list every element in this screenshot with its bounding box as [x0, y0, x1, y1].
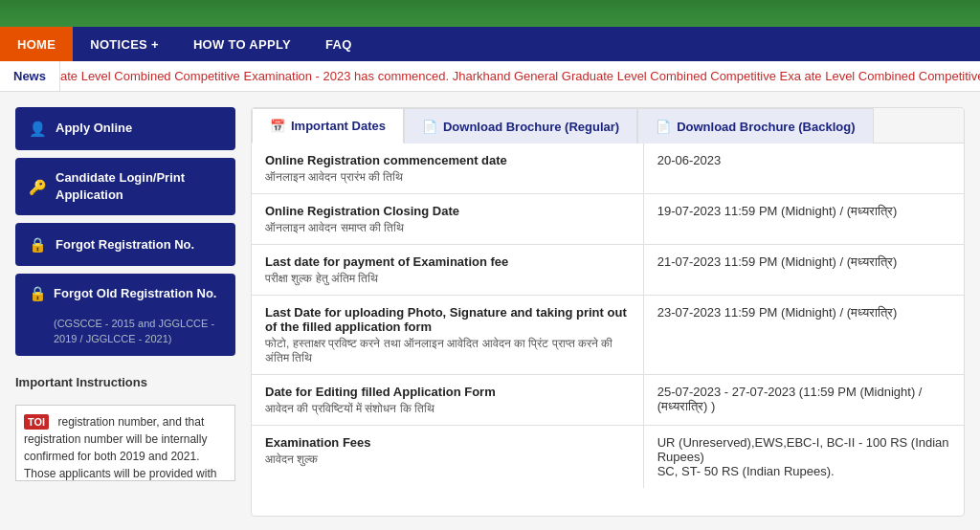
forgot-old-reg-button[interactable]: 🔒 Forgot Old Registration No. (CGSCCE - … — [15, 274, 235, 356]
nav-how-to-apply[interactable]: HOW TO APPLY — [176, 27, 308, 61]
date-cell: 19-07-2023 11:59 PM (Midnight) / (मध्यरा… — [643, 194, 964, 245]
candidate-login-label: Candidate Login/PrintApplication — [56, 169, 185, 204]
table-row: Online Registration commencement date ऑन… — [252, 144, 964, 194]
lock-icon: 🔒 — [29, 234, 46, 254]
doc-backlog-icon: 📄 — [656, 120, 671, 134]
nav-notices[interactable]: NOTICES + — [73, 27, 176, 61]
candidate-login-button[interactable]: 🔑 Candidate Login/PrintApplication — [15, 158, 235, 215]
event-cell: Last date for payment of Examination fee… — [252, 245, 643, 296]
apply-online-label: Apply Online — [56, 120, 132, 137]
key-icon: 🔑 — [29, 177, 46, 197]
news-ticker-wrap: ate Level Combined Competitive Examinati… — [60, 61, 980, 91]
nav-faq[interactable]: FAQ — [308, 27, 369, 61]
event-hindi: ऑनलाइन आवेदन समाप्त की तिथि — [265, 221, 404, 234]
date-cell: 23-07-2023 11:59 PM (Midnight) / (मध्यरा… — [643, 296, 964, 375]
tab-brochure-backlog-label: Download Brochure (Backlog) — [677, 120, 855, 134]
tab-important-dates[interactable]: 📅 Important Dates — [252, 108, 404, 144]
right-panel: 📅 Important Dates 📄 Download Brochure (R… — [251, 107, 965, 517]
dates-table: Online Registration commencement date ऑन… — [252, 144, 964, 488]
user-icon: 👤 — [29, 119, 46, 139]
event-name: Examination Fees — [265, 435, 630, 450]
news-label: News — [0, 61, 60, 91]
table-row: Last Date for uploading Photo, Signature… — [252, 296, 964, 375]
event-cell: Online Registration commencement date ऑन… — [252, 144, 643, 194]
tabs-bar: 📅 Important Dates 📄 Download Brochure (R… — [252, 108, 964, 144]
nav-home[interactable]: HOME — [0, 27, 73, 61]
event-name: Last date for payment of Examination fee — [265, 254, 630, 269]
event-name: Last Date for uploading Photo, Signature… — [265, 305, 630, 334]
event-hindi: ऑनलाइन आवेदन प्रारंभ की तिथि — [265, 170, 403, 184]
event-hindi: आवेदन शुल्क — [265, 453, 318, 466]
navigation-bar: HOME NOTICES + HOW TO APPLY FAQ — [0, 27, 980, 61]
forgot-old-label: Forgot Old Registration No. — [54, 285, 216, 302]
news-bar: News ate Level Combined Competitive Exam… — [0, 61, 980, 92]
table-row: Date for Editing filled Application Form… — [252, 375, 964, 426]
date-cell: 21-07-2023 11:59 PM (Midnight) / (मध्यरा… — [643, 245, 964, 296]
event-cell: Date for Editing filled Application Form… — [252, 375, 643, 426]
main-content: 👤 Apply Online 🔑 Candidate Login/PrintAp… — [0, 92, 980, 530]
forgot-reg-button[interactable]: 🔒 Forgot Registration No. — [15, 223, 235, 266]
event-name: Online Registration commencement date — [265, 153, 630, 167]
table-row: Online Registration Closing Date ऑनलाइन … — [252, 194, 964, 245]
doc-regular-icon: 📄 — [422, 120, 437, 134]
date-cell: 25-07-2023 - 27-07-2023 (11:59 PM (Midni… — [643, 375, 964, 426]
event-cell: Online Registration Closing Date ऑनलाइन … — [252, 194, 643, 245]
apply-online-button[interactable]: 👤 Apply Online — [15, 107, 235, 150]
forgot-reg-label: Forgot Registration No. — [56, 236, 194, 254]
event-cell: Examination Fees आवेदन शुल्क — [252, 426, 643, 489]
calendar-icon: 📅 — [270, 119, 285, 133]
instructions-text-box: TOI registration number, and that regist… — [15, 405, 235, 481]
event-cell: Last Date for uploading Photo, Signature… — [252, 296, 643, 375]
tab-important-dates-label: Important Dates — [291, 119, 386, 133]
date-cell: 20-06-2023 — [643, 144, 964, 194]
important-instructions-heading: Important Instructions — [15, 375, 235, 389]
lock2-icon: 🔒 — [29, 283, 46, 303]
event-name: Online Registration Closing Date — [265, 204, 630, 218]
event-hindi: फोटो, हस्ताक्षर प्रविष्ट करने तथा ऑनलाइन… — [265, 337, 612, 364]
event-hindi: परीक्षा शुल्क हेतु अंतिम तिथि — [265, 272, 378, 285]
news-ticker: ate Level Combined Competitive Examinati… — [60, 61, 980, 91]
top-green-bar — [0, 0, 980, 27]
table-row: Examination Fees आवेदन शुल्क UR (Unreser… — [252, 426, 964, 489]
instructions-content: registration number, and that registrati… — [24, 415, 216, 481]
tab-brochure-regular[interactable]: 📄 Download Brochure (Regular) — [404, 108, 637, 144]
forgot-old-sublabel: (CGSCCE - 2015 and JGGLCCE - 2019 / JGGL… — [29, 317, 222, 346]
tab-brochure-backlog[interactable]: 📄 Download Brochure (Backlog) — [637, 108, 873, 144]
event-hindi: आवेदन की प्रविष्टियों में संशोधन कि तिथि — [265, 402, 434, 415]
tab-brochure-regular-label: Download Brochure (Regular) — [443, 120, 619, 134]
sidebar: 👤 Apply Online 🔑 Candidate Login/PrintAp… — [15, 107, 235, 517]
date-cell: UR (Unreserved),EWS,EBC-I, BC-II - 100 R… — [643, 426, 964, 489]
toi-badge: TOI — [24, 414, 49, 430]
event-name: Date for Editing filled Application Form — [265, 385, 630, 399]
table-row: Last date for payment of Examination fee… — [252, 245, 964, 296]
